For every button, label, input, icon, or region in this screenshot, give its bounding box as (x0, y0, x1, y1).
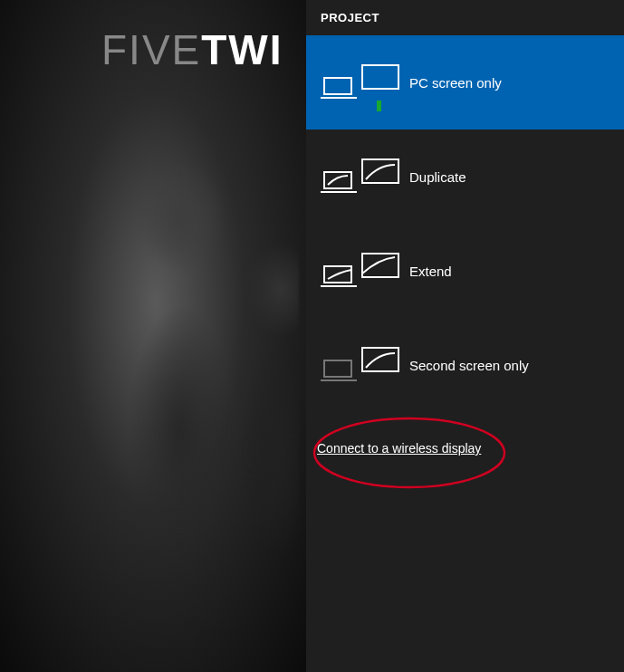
option-label: PC screen only (409, 75, 502, 91)
svg-rect-3 (324, 172, 351, 188)
option-label: Extend (409, 264, 452, 279)
option-label: Second screen only (409, 358, 529, 373)
panel-title: PROJECT (306, 0, 624, 35)
wallpaper-title-thin: FIVE (101, 26, 201, 73)
option-label: Duplicate (409, 169, 466, 185)
option-extend[interactable]: Extend (306, 224, 624, 318)
active-indicator-icon (377, 101, 381, 111)
option-second-screen-only[interactable]: Second screen only (306, 318, 624, 412)
duplicate-icon (321, 158, 402, 196)
svg-rect-11 (362, 348, 398, 371)
connect-wireless-display-link[interactable]: Connect to a wireless display (317, 441, 481, 456)
second-screen-only-icon (321, 346, 402, 384)
extend-icon (321, 252, 402, 290)
wallpaper-title: FIVETWI (101, 25, 283, 74)
svg-rect-9 (324, 360, 351, 377)
svg-rect-2 (362, 65, 398, 89)
svg-rect-5 (362, 159, 398, 183)
wallpaper-figure (45, 91, 299, 670)
pc-screen-only-icon (321, 63, 402, 101)
option-duplicate[interactable]: Duplicate (306, 130, 624, 224)
option-pc-screen-only[interactable]: PC screen only (306, 35, 624, 130)
project-panel: PROJECT PC screen only (306, 0, 624, 672)
desktop-wallpaper: FIVETWI (0, 0, 312, 672)
svg-rect-0 (324, 78, 351, 94)
wallpaper-title-bold: TWI (201, 26, 283, 73)
